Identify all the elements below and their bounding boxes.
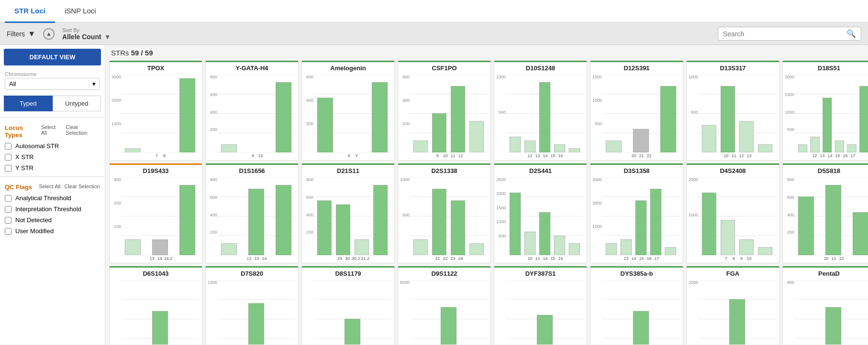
x-labels-amelogenin: XY bbox=[302, 153, 394, 160]
bar-d2s441-1 bbox=[524, 232, 535, 255]
sort-up-icon[interactable]: ▲ bbox=[43, 28, 55, 40]
chart-card-d13s317[interactable]: D13S317100050010111213 bbox=[686, 61, 779, 161]
bar-d2s441-2 bbox=[539, 212, 550, 255]
not-detected-checkbox[interactable] bbox=[5, 217, 11, 224]
chart-card-d3s1358[interactable]: D3S13583000200010001314151617 bbox=[590, 163, 683, 263]
y-axis-d12s391: 15001000500 bbox=[591, 75, 602, 145]
y-axis-d10s1248: 1000500 bbox=[495, 75, 506, 145]
checkbox-interpretation-threshold: Interpretation Threshold bbox=[0, 204, 105, 215]
x-label-d18s51-1: 13 bbox=[819, 153, 826, 158]
chart-card-d18s51[interactable]: D18S51200015001000500121314151617 bbox=[782, 61, 868, 161]
chart-svg-d10s1248 bbox=[506, 75, 584, 152]
bar-d19s433-2 bbox=[179, 185, 195, 255]
tab-str-loci[interactable]: STR Loci bbox=[5, 0, 55, 23]
filters-button[interactable]: Filters ▼ bbox=[7, 30, 35, 38]
autosomal-str-checkbox[interactable] bbox=[5, 143, 11, 150]
user-modified-checkbox[interactable] bbox=[5, 228, 11, 235]
bar-tpox-1 bbox=[179, 78, 195, 152]
chart-title-d1s1656: D1S1656 bbox=[206, 165, 298, 175]
chart-card-tpox[interactable]: TPOX30002000100078 bbox=[109, 61, 202, 161]
chart-title-d12s391: D12S391 bbox=[590, 62, 683, 73]
chart-title-fga: FGA bbox=[687, 268, 779, 278]
untyped-button[interactable]: Untyped bbox=[53, 96, 101, 111]
filter-down-icon: ▼ bbox=[28, 30, 35, 38]
x-label-d21s11-2: 30.2 bbox=[352, 256, 360, 261]
bar-d12s391-0 bbox=[606, 141, 622, 152]
chart-card-amelogenin[interactable]: Amelogenin600400200XY bbox=[301, 61, 395, 161]
chart-card-d2s441[interactable]: D2S44125002000150010005001011141516 bbox=[494, 163, 587, 263]
chart-row-2: D19S433300200100131416.2D1S1656800600400… bbox=[109, 163, 864, 263]
x-label-d3s1358-3: 16 bbox=[646, 256, 653, 261]
bar-d13s317-1 bbox=[721, 86, 734, 152]
sort-dropdown-icon[interactable]: ▼ bbox=[104, 33, 111, 41]
chart-card-y-gata-h4[interactable]: Y-GATA-H4800600400200910 bbox=[205, 61, 299, 161]
qc-flags-controls: Select All Clear Selection bbox=[39, 183, 100, 191]
chart-card-d19s433[interactable]: D19S433300200100131416.2 bbox=[109, 163, 202, 263]
y-axis-d6s1043 bbox=[111, 280, 121, 345]
chart-card-dys385a-b[interactable]: DYS385a-b bbox=[590, 266, 683, 345]
strs-count: 59 / 59 bbox=[131, 49, 153, 57]
x-label-d10s1248-1: 13 bbox=[534, 153, 541, 158]
bar-d5s818-1 bbox=[825, 185, 841, 255]
chromosome-select[interactable]: All ▾ bbox=[5, 78, 100, 90]
x-label-d2s1338-2: 23 bbox=[450, 256, 456, 261]
chart-card-d6s1043[interactable]: D6S1043 bbox=[109, 266, 202, 345]
qc-flags-header: QC Flags Select All Clear Selection bbox=[0, 180, 105, 193]
chromosome-value: All bbox=[9, 80, 16, 87]
x-label-amelogenin-1: Y bbox=[354, 153, 360, 158]
chart-title-d21s11: D21S11 bbox=[302, 165, 394, 175]
x-label-d19s433-0: 13 bbox=[149, 256, 156, 261]
interpretation-threshold-checkbox[interactable] bbox=[5, 206, 11, 213]
analytical-threshold-checkbox[interactable] bbox=[5, 195, 11, 202]
x-label-d21s11-3: 31.2 bbox=[361, 256, 370, 261]
chart-card-d8s1179[interactable]: D8S1179 bbox=[301, 266, 395, 345]
qc-select-all[interactable]: Select All bbox=[39, 183, 60, 191]
chart-area-d18s51: 200015001000500 bbox=[783, 73, 868, 153]
chart-card-d1s1656[interactable]: D1S1656800600400200121314 bbox=[205, 163, 299, 263]
chart-card-d10s1248[interactable]: D10S124810005001213141516 bbox=[494, 61, 587, 161]
y-axis-d19s433: 300200100 bbox=[111, 177, 121, 248]
chart-svg-d2s1338 bbox=[410, 177, 488, 255]
tab-isnp-loci[interactable]: iSNP Loci bbox=[55, 0, 106, 23]
bar-dys385a-b-0 bbox=[633, 311, 649, 345]
search-input[interactable] bbox=[723, 30, 846, 38]
chart-card-d5s818[interactable]: D5S818800600400200101112 bbox=[782, 163, 868, 263]
chart-svg-tpox bbox=[121, 75, 199, 152]
x-label-csf1po-3: 12 bbox=[457, 153, 464, 158]
chart-card-d4s2408[interactable]: D4S24082000100078910 bbox=[686, 163, 779, 263]
qc-flags-section: QC Flags Select All Clear Selection Anal… bbox=[0, 180, 105, 237]
chart-card-d7s820[interactable]: D7S8201500 bbox=[205, 266, 299, 345]
qc-clear-selection[interactable]: Clear Selection bbox=[64, 183, 100, 191]
analytical-threshold-label: Analytical Threshold bbox=[15, 194, 71, 202]
chart-title-d13s317: D13S317 bbox=[687, 62, 779, 73]
x-label-d4s2408-0: 7 bbox=[723, 256, 730, 261]
chart-card-d12s391[interactable]: D12S39115001000500202122 bbox=[590, 61, 683, 161]
default-view-button[interactable]: DEFAULT VIEW bbox=[4, 49, 101, 65]
chart-title-dyf387s1: DYF387S1 bbox=[494, 268, 587, 278]
chart-area-tpox: 300020001000 bbox=[110, 73, 202, 153]
main-layout: DEFAULT VIEW Chromosome All ▾ Typed Unty… bbox=[0, 45, 868, 345]
chart-card-csf1po[interactable]: CSF1PO6004002009101112 bbox=[398, 61, 491, 161]
chart-card-d2s1338[interactable]: D2S1338100050021222324 bbox=[398, 163, 491, 263]
locus-clear-selection[interactable]: Clear Selection bbox=[66, 124, 100, 139]
chart-card-pentad[interactable]: PentaD800 bbox=[782, 266, 868, 345]
y-str-checkbox[interactable] bbox=[5, 165, 11, 172]
x-label-d3s1358-2: 15 bbox=[638, 256, 645, 261]
x-label-d2s441-3: 15 bbox=[550, 256, 556, 261]
chart-card-dyf387s1[interactable]: DYF387S1 bbox=[494, 266, 587, 345]
x-label-d13s317-1: 11 bbox=[731, 153, 737, 158]
x-label-csf1po-0: 9 bbox=[434, 153, 441, 158]
chart-title-y-gata-h4: Y-GATA-H4 bbox=[206, 62, 298, 73]
typed-button[interactable]: Typed bbox=[4, 96, 53, 111]
x-label-d1s1656-2: 14 bbox=[261, 256, 268, 261]
charts-container: TPOX30002000100078Y-GATA-H48006004002009… bbox=[109, 61, 864, 345]
x-label-d5s818-2: 12 bbox=[838, 256, 845, 261]
chart-card-d9s1122[interactable]: D9S11228000 bbox=[398, 266, 491, 345]
chart-card-d21s11[interactable]: D21S11800600400200293030.231.2 bbox=[301, 163, 395, 263]
chart-card-fga[interactable]: FGA2000 bbox=[686, 266, 779, 345]
chart-area-pentad: 800 bbox=[783, 278, 868, 345]
locus-select-all[interactable]: Select All bbox=[41, 124, 62, 139]
y-axis-csf1po: 600400200 bbox=[399, 75, 410, 145]
bar-d2s441-3 bbox=[554, 236, 565, 255]
x-str-checkbox[interactable] bbox=[5, 154, 11, 161]
